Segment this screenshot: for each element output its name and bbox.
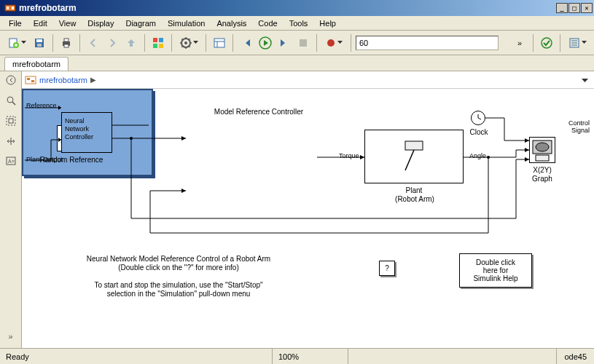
label-controller: Model Reference Controller	[208, 108, 310, 116]
info-question-block[interactable]: ?	[379, 261, 395, 276]
annotation-text-button[interactable]: A≡	[4, 154, 18, 169]
stop-button[interactable]	[294, 34, 312, 52]
explorer-icon	[214, 37, 225, 49]
controller-internal-wires	[22, 89, 153, 176]
svg-point-22	[327, 39, 335, 47]
dropdown-icon	[337, 40, 343, 45]
annotation-button[interactable]	[4, 134, 18, 149]
fit-to-view-button[interactable]	[4, 114, 18, 128]
block-graph[interactable]	[529, 137, 555, 163]
port-torque: Torque	[339, 152, 359, 159]
port-angle: Angle	[469, 152, 486, 159]
zoom-icon	[6, 95, 16, 106]
step-forward-button[interactable]	[275, 34, 293, 52]
menu-display[interactable]: Display	[82, 17, 120, 29]
status-bar: Ready 100% ode45	[0, 348, 594, 364]
zoom-button[interactable]	[4, 93, 18, 108]
label-graph-1: X(2Y)	[526, 166, 558, 174]
info-line-1: Neural Network Model Reference Control o…	[73, 255, 284, 263]
build-button[interactable]	[565, 34, 590, 52]
menu-edit[interactable]: Edit	[28, 17, 53, 29]
menu-simulation[interactable]: Simulation	[162, 17, 211, 29]
svg-text:A≡: A≡	[8, 159, 15, 164]
svg-point-26	[7, 97, 13, 103]
svg-point-36	[487, 156, 490, 159]
run-button[interactable]	[257, 34, 274, 52]
port-control-signal-2: Signal	[571, 127, 590, 134]
record-button[interactable]	[321, 34, 346, 52]
library-browser-button[interactable]	[149, 34, 167, 52]
simulation-stop-time-input[interactable]	[356, 36, 499, 50]
block-clock[interactable]	[471, 111, 485, 125]
svg-point-16	[184, 41, 187, 44]
menu-analysis[interactable]: Analysis	[211, 17, 252, 29]
save-button[interactable]	[31, 34, 48, 52]
help-line-1: Double click	[466, 258, 525, 266]
label-graph-2: Graph	[529, 175, 555, 183]
svg-rect-33	[27, 78, 30, 80]
config-button[interactable]	[176, 34, 201, 52]
step-back-button[interactable]	[238, 34, 255, 52]
up-button[interactable]	[122, 34, 140, 52]
dropdown-icon	[193, 40, 198, 45]
svg-rect-11	[153, 38, 157, 42]
update-diagram-button[interactable]	[538, 34, 555, 52]
status-solver: ode45	[557, 352, 594, 361]
back-button[interactable]	[85, 34, 102, 52]
breadcrumb: mrefrobotarm ▶	[22, 71, 594, 89]
status-zoom: 100%	[273, 349, 348, 364]
svg-rect-13	[153, 44, 157, 48]
check-icon	[541, 37, 552, 49]
menu-help[interactable]: Help	[313, 17, 342, 29]
menu-diagram[interactable]: Diagram	[120, 17, 162, 29]
chevron-right-icon: »	[8, 332, 12, 341]
print-icon	[60, 37, 72, 49]
close-button[interactable]: ✕	[581, 3, 593, 13]
breadcrumb-arrow-icon: ▶	[90, 76, 96, 84]
breadcrumb-root[interactable]: mrefrobotarm	[39, 76, 87, 84]
svg-rect-28	[7, 116, 15, 125]
print-button[interactable]	[58, 34, 75, 52]
svg-rect-21	[300, 39, 307, 47]
hide-navigator-button[interactable]	[4, 73, 18, 87]
svg-rect-1	[7, 7, 9, 9]
svg-rect-44	[536, 155, 549, 161]
breadcrumb-dropdown[interactable]	[582, 74, 588, 87]
new-model-button[interactable]	[4, 34, 29, 52]
menu-view[interactable]: View	[53, 17, 82, 29]
arrows-icon	[6, 136, 16, 146]
forward-button[interactable]	[103, 34, 121, 52]
tab-model[interactable]: mrefrobotarm	[4, 57, 69, 71]
svg-rect-29	[9, 119, 13, 123]
svg-line-41	[478, 118, 481, 119]
toolbar: »	[0, 31, 594, 55]
label-plant-2: (Robot Arm)	[378, 195, 451, 203]
menu-code[interactable]: Code	[252, 17, 283, 29]
label-clock: Clock	[466, 128, 491, 136]
menu-bar: File Edit View Display Diagram Simulatio…	[0, 16, 594, 31]
new-model-icon	[8, 37, 20, 49]
simulink-help-block[interactable]: Double click here for Simulink Help	[459, 253, 532, 288]
maximize-button[interactable]: □	[568, 3, 580, 13]
svg-line-39	[405, 150, 414, 170]
expand-palette-button[interactable]: »	[4, 329, 18, 344]
svg-rect-14	[159, 44, 163, 48]
block-plant[interactable]: Torque Angle	[364, 130, 464, 183]
block-controller[interactable]: Reference Plant Output Control Signal Ne…	[22, 89, 153, 176]
chevron-down-icon	[582, 77, 588, 84]
menu-file[interactable]: File	[3, 17, 28, 29]
menu-tools[interactable]: Tools	[284, 17, 314, 29]
svg-rect-34	[31, 80, 34, 82]
label-plant-1: Plant	[385, 186, 443, 194]
help-line-2: here for	[466, 266, 525, 274]
status-ready: Ready	[0, 349, 273, 364]
model-explorer-button[interactable]	[211, 34, 228, 52]
annotation-icon: A≡	[6, 157, 16, 167]
minimize-button[interactable]: _	[556, 3, 568, 13]
port-control-signal-1: Control	[568, 119, 590, 127]
app-icon	[4, 2, 16, 14]
model-icon	[25, 74, 36, 86]
clock-icon	[472, 111, 485, 124]
model-canvas[interactable]: Random Reference Model Reference Control…	[22, 89, 594, 348]
overflow-button[interactable]: »	[511, 34, 528, 52]
